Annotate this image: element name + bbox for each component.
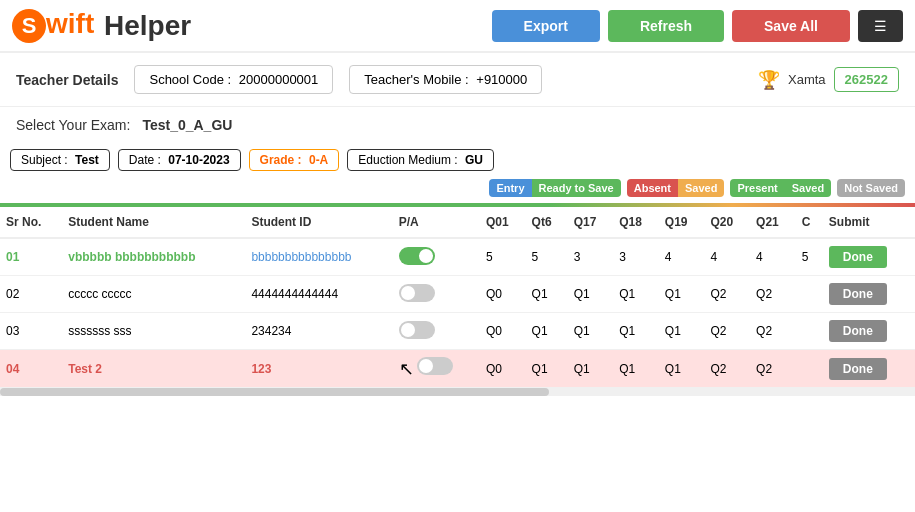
cell-qt6: Q1 bbox=[526, 313, 568, 350]
subject-badge: Subject : Test bbox=[10, 149, 110, 171]
done-button[interactable]: Done bbox=[829, 246, 887, 268]
logo-s-circle: S bbox=[12, 9, 46, 43]
date-badge: Date : 07-10-2023 bbox=[118, 149, 241, 171]
cell-q01: Q0 bbox=[480, 350, 526, 388]
col-q21: Q21 bbox=[750, 207, 796, 238]
table-wrapper: Sr No. Student Name Student ID P/A Q01 Q… bbox=[0, 207, 915, 388]
cell-submit[interactable]: Done bbox=[823, 350, 915, 388]
cell-name: sssssss sss bbox=[62, 313, 245, 350]
save-all-button[interactable]: Save All bbox=[732, 10, 850, 42]
table-row: 02 ccccc ccccc 4444444444444 Q0 Q1 Q1 Q1… bbox=[0, 276, 915, 313]
col-q20: Q20 bbox=[704, 207, 750, 238]
legend-absent: Absent Saved bbox=[627, 179, 725, 197]
cell-q19: Q1 bbox=[659, 313, 705, 350]
legend-present: Present Saved bbox=[730, 179, 831, 197]
cell-id: 123 bbox=[245, 350, 392, 388]
cell-q20: Q2 bbox=[704, 350, 750, 388]
subject-value: Test bbox=[75, 153, 99, 167]
date-value: 07-10-2023 bbox=[168, 153, 229, 167]
cell-q21: 4 bbox=[750, 238, 796, 276]
xamta-label: Xamta bbox=[788, 72, 826, 87]
cell-sr: 02 bbox=[0, 276, 62, 313]
table-header: Sr No. Student Name Student ID P/A Q01 Q… bbox=[0, 207, 915, 238]
cell-name: Test 2 bbox=[62, 350, 245, 388]
medium-badge: Eduction Medium : GU bbox=[347, 149, 494, 171]
teacher-details-label: Teacher Details bbox=[16, 72, 118, 88]
logo-helper: Helper bbox=[96, 10, 191, 42]
logo-swift: Swift bbox=[12, 8, 94, 43]
legend-absent-saved-label: Saved bbox=[678, 179, 724, 197]
toggle-pa[interactable] bbox=[417, 357, 453, 375]
legend-ready-label: Ready to Save bbox=[532, 179, 621, 197]
cell-q20: 4 bbox=[704, 238, 750, 276]
cell-c: 5 bbox=[796, 238, 823, 276]
cell-q17: 3 bbox=[568, 238, 614, 276]
table-row: 03 sssssss sss 234234 Q0 Q1 Q1 Q1 Q1 Q2 … bbox=[0, 313, 915, 350]
cell-q17: Q1 bbox=[568, 350, 614, 388]
cell-pa[interactable]: ↖ bbox=[393, 350, 480, 388]
cell-sr: 04 bbox=[0, 350, 62, 388]
cell-submit[interactable]: Done bbox=[823, 276, 915, 313]
col-sr: Sr No. bbox=[0, 207, 62, 238]
date-label: Date : bbox=[129, 153, 161, 167]
header-buttons: Export Refresh Save All ☰ bbox=[492, 10, 903, 42]
cell-q01: 5 bbox=[480, 238, 526, 276]
cell-pa[interactable] bbox=[393, 238, 480, 276]
menu-button[interactable]: ☰ bbox=[858, 10, 903, 42]
col-q19: Q19 bbox=[659, 207, 705, 238]
cell-submit[interactable]: Done bbox=[823, 238, 915, 276]
col-c: C bbox=[796, 207, 823, 238]
cell-pa[interactable] bbox=[393, 313, 480, 350]
xamta-code: 262522 bbox=[834, 67, 899, 92]
export-button[interactable]: Export bbox=[492, 10, 600, 42]
cell-q20: Q2 bbox=[704, 276, 750, 313]
toggle-pa[interactable] bbox=[399, 321, 435, 339]
cell-q19: Q1 bbox=[659, 350, 705, 388]
cell-id: 234234 bbox=[245, 313, 392, 350]
cell-qt6: Q1 bbox=[526, 276, 568, 313]
col-pa: P/A bbox=[393, 207, 480, 238]
done-button[interactable]: Done bbox=[829, 283, 887, 305]
legend-absent-label: Absent bbox=[627, 179, 678, 197]
legend-not-saved: Not Saved bbox=[837, 179, 905, 197]
legend-group: Entry Ready to Save Absent Saved Present… bbox=[489, 179, 905, 197]
cell-c bbox=[796, 313, 823, 350]
cell-q20: Q2 bbox=[704, 313, 750, 350]
cell-q19: 4 bbox=[659, 238, 705, 276]
table-row: 04 Test 2 123 ↖ Q0 Q1 Q1 Q1 Q1 Q2 Q2 Don… bbox=[0, 350, 915, 388]
legend-entry-label: Entry bbox=[489, 179, 531, 197]
cell-pa[interactable] bbox=[393, 276, 480, 313]
done-button[interactable]: Done bbox=[829, 320, 887, 342]
legend-present-saved-label: Saved bbox=[785, 179, 831, 197]
cell-q01: Q0 bbox=[480, 276, 526, 313]
scrollbar-thumb[interactable] bbox=[0, 388, 549, 396]
school-code-box: School Code : 20000000001 bbox=[134, 65, 333, 94]
cell-q18: Q1 bbox=[613, 276, 659, 313]
cell-qt6: 5 bbox=[526, 238, 568, 276]
cell-c bbox=[796, 350, 823, 388]
cell-qt6: Q1 bbox=[526, 350, 568, 388]
trophy-icon: 🏆 bbox=[758, 69, 780, 91]
mobile-label: Teacher's Mobile : bbox=[364, 72, 468, 87]
medium-label: Eduction Medium : bbox=[358, 153, 457, 167]
cell-c bbox=[796, 276, 823, 313]
refresh-button[interactable]: Refresh bbox=[608, 10, 724, 42]
cell-submit[interactable]: Done bbox=[823, 313, 915, 350]
legend-present-label: Present bbox=[730, 179, 784, 197]
done-button[interactable]: Done bbox=[829, 358, 887, 380]
cell-q21: Q2 bbox=[750, 350, 796, 388]
grade-label: Grade : bbox=[260, 153, 302, 167]
scrollbar[interactable] bbox=[0, 388, 915, 396]
cell-q21: Q2 bbox=[750, 313, 796, 350]
col-submit: Submit bbox=[823, 207, 915, 238]
exam-section: Select Your Exam: Test_0_A_GU bbox=[0, 107, 915, 143]
toggle-pa[interactable] bbox=[399, 284, 435, 302]
cell-id: bbbbbbbbbbbbbbb bbox=[245, 238, 392, 276]
school-code-label: School Code : bbox=[149, 72, 231, 87]
toggle-pa[interactable] bbox=[399, 247, 435, 265]
cell-q17: Q1 bbox=[568, 313, 614, 350]
grade-value: 0-A bbox=[309, 153, 328, 167]
filter-row: Subject : Test Date : 07-10-2023 Grade :… bbox=[0, 143, 915, 203]
cell-q19: Q1 bbox=[659, 276, 705, 313]
cell-sr: 01 bbox=[0, 238, 62, 276]
